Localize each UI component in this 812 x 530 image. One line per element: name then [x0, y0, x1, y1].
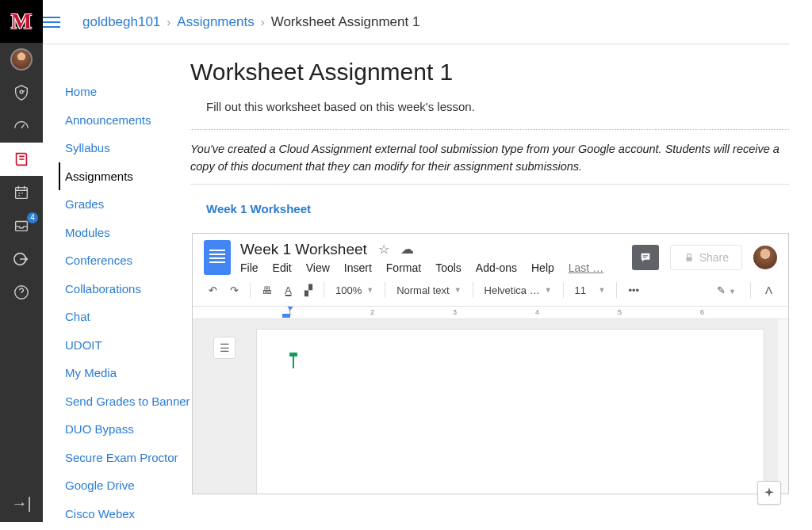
svg-rect-7	[686, 257, 691, 261]
ruler[interactable]: 123456	[193, 307, 788, 319]
course-nav-item[interactable]: Cisco Webex	[59, 500, 190, 523]
speedometer-icon	[13, 117, 30, 135]
course-nav-item[interactable]: Chat	[59, 303, 190, 331]
course-nav-item[interactable]: Secure Exam Proctor	[59, 444, 190, 472]
inbox-badge: 4	[27, 212, 38, 223]
course-nav-item[interactable]: UDOIT	[59, 331, 190, 360]
doc-menu-item[interactable]: View	[306, 261, 330, 274]
paragraph-style-select[interactable]: Normal text▼	[392, 283, 465, 298]
editing-mode-button[interactable]: ✎▼	[712, 281, 741, 299]
font-select[interactable]: Helvetica …▼	[480, 283, 557, 298]
print-button[interactable]: 🖶	[257, 281, 277, 299]
docs-icon[interactable]	[204, 240, 231, 275]
ruler-mark: 3	[453, 308, 457, 316]
doc-menu-item[interactable]: Add-ons	[476, 261, 517, 274]
explore-icon	[763, 486, 776, 499]
shield-icon	[13, 84, 30, 101]
svg-rect-5	[642, 255, 648, 256]
share-label: Share	[699, 251, 729, 264]
paint-format-button[interactable]: ▞	[300, 281, 317, 299]
help-icon	[13, 284, 30, 301]
spellcheck-button[interactable]: A̲	[280, 281, 297, 299]
redo-button[interactable]: ↷	[225, 281, 243, 299]
nav-inbox[interactable]: 4	[0, 209, 43, 242]
course-nav-item[interactable]: Grades	[59, 190, 190, 219]
svg-rect-6	[642, 257, 646, 257]
crumb-section[interactable]: Assignments	[177, 14, 254, 30]
outline-toggle-button[interactable]: ☰	[213, 337, 236, 359]
comment-icon	[639, 251, 652, 264]
comments-button[interactable]	[632, 245, 659, 270]
nav-courses[interactable]	[0, 143, 43, 176]
course-nav-item[interactable]: Send Grades to Banner	[59, 387, 190, 416]
hamburger-icon[interactable]	[43, 17, 60, 28]
ruler-mark: 5	[618, 308, 622, 316]
ruler-mark: 1	[288, 308, 292, 316]
user-avatar[interactable]	[753, 246, 777, 269]
logo-m-icon: M	[11, 9, 32, 34]
crumb-sep: ›	[167, 15, 170, 29]
course-nav: HomeAnnouncementsSyllabusAssignmentsGrad…	[43, 59, 190, 522]
course-nav-item[interactable]: Assignments	[59, 162, 190, 191]
font-size-select[interactable]: 11▼	[570, 283, 611, 298]
doc-title[interactable]: Week 1 Worksheet	[240, 241, 367, 258]
last-edit-link[interactable]: Last …	[569, 261, 603, 274]
google-doc-embed: Week 1 Worksheet ☆ ☁ FileEditViewInsertF…	[192, 233, 789, 494]
collapse-toolbar-button[interactable]: ᐱ	[760, 281, 777, 299]
course-nav-item[interactable]: Syllabus	[59, 134, 190, 162]
course-nav-item[interactable]: DUO Bypass	[59, 415, 190, 444]
divider	[190, 129, 789, 130]
nav-calendar[interactable]	[0, 176, 43, 209]
arrow-out-icon	[13, 250, 30, 268]
doc-menu-item[interactable]: File	[240, 261, 259, 274]
assignment-instructions: Fill out this worksheet based on this we…	[206, 100, 789, 113]
logo[interactable]: M	[0, 0, 43, 43]
crumb-sep: ›	[261, 15, 265, 29]
nav-dashboard[interactable]	[0, 109, 43, 143]
more-button[interactable]: •••	[623, 281, 644, 299]
document-link[interactable]: Week 1 Worksheet	[206, 202, 789, 215]
course-nav-item[interactable]: My Media	[59, 359, 190, 387]
doc-menu-item[interactable]: Tools	[435, 261, 462, 274]
doc-menu-item[interactable]: Edit	[273, 261, 292, 274]
course-nav-item[interactable]: Modules	[59, 219, 190, 247]
avatar-icon	[10, 48, 33, 71]
crumb-current: Worksheet Assignment 1	[271, 14, 420, 30]
ruler-mark: 6	[700, 308, 704, 316]
course-nav-item[interactable]: Conferences	[59, 246, 190, 275]
nav-help[interactable]	[0, 276, 43, 309]
cursor-icon	[293, 356, 294, 368]
nav-commons[interactable]	[0, 242, 43, 276]
doc-menu-item[interactable]: Insert	[344, 261, 372, 274]
nav-admin[interactable]	[0, 76, 43, 109]
doc-page[interactable]	[256, 329, 764, 494]
svg-point-0	[20, 90, 23, 93]
explore-button[interactable]	[757, 481, 781, 505]
cloud-assignment-notice: You've created a Cloud Assignment extern…	[190, 141, 789, 176]
book-icon	[13, 151, 30, 168]
crumb-course[interactable]: goldbegh101	[82, 14, 160, 30]
course-nav-item[interactable]: Collaborations	[59, 275, 190, 303]
course-nav-item[interactable]: Announcements	[59, 106, 190, 135]
collapse-nav-icon[interactable]: →|	[11, 494, 31, 513]
undo-button[interactable]: ↶	[204, 281, 222, 299]
ruler-mark: 4	[535, 308, 539, 316]
star-icon[interactable]: ☆	[378, 242, 389, 257]
divider	[190, 184, 789, 185]
course-nav-item[interactable]: Google Drive	[59, 471, 190, 500]
cloud-icon[interactable]: ☁	[400, 241, 414, 257]
zoom-select[interactable]: 100%▼	[331, 283, 378, 298]
page-title: Worksheet Assignment 1	[190, 59, 789, 86]
lock-icon	[684, 252, 695, 263]
doc-menu-item[interactable]: Help	[531, 261, 554, 274]
doc-canvas[interactable]: 123456 ☰	[193, 307, 788, 494]
global-nav: M 4 →|	[0, 0, 43, 522]
doc-toolbar: ↶ ↷ 🖶 A̲ ▞ 100%▼ Normal text▼ Helvetica …	[193, 275, 788, 307]
ruler-mark: 2	[370, 308, 374, 316]
vertical-scrollbar[interactable]	[778, 319, 788, 494]
doc-menu-item[interactable]: Format	[386, 261, 421, 274]
nav-account[interactable]	[0, 43, 43, 76]
share-button[interactable]: Share	[670, 245, 742, 270]
course-nav-item[interactable]: Home	[59, 78, 190, 106]
breadcrumb: goldbegh101 › Assignments › Worksheet As…	[43, 0, 789, 44]
